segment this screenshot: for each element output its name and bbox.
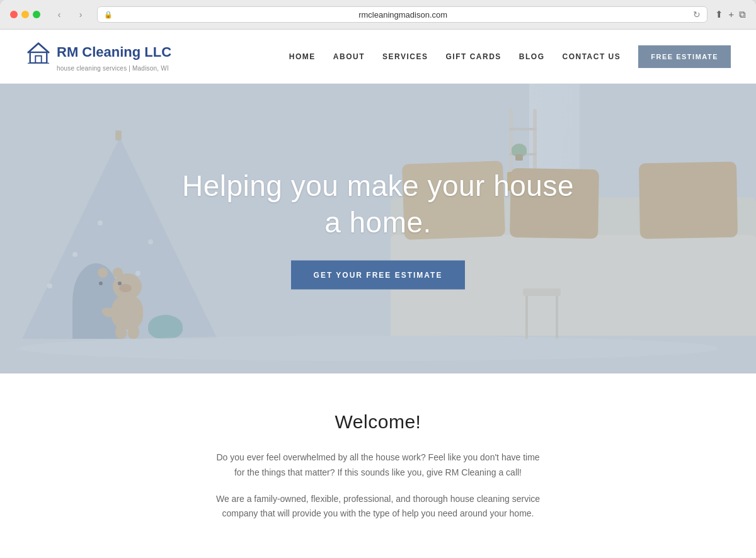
logo-text: RM Cleaning LLC [57,45,171,59]
nav-links: HOME ABOUT SERVICES GIFT CARDS BLOG CONT… [289,45,731,68]
nav-home[interactable]: HOME [289,52,316,61]
welcome-title: Welcome! [25,411,731,433]
hero-section: Helping you make your house a home. GET … [0,84,756,373]
forward-button[interactable]: › [72,8,89,21]
refresh-button[interactable]: ↻ [693,9,701,20]
browser-controls: ‹ › [50,8,89,21]
nav-about[interactable]: ABOUT [333,52,365,61]
address-bar[interactable]: 🔒 rmcleaningmadison.com ↻ [97,6,707,23]
new-tab-icon[interactable]: + [728,9,734,20]
hero-content: Helping you make your house a home. GET … [158,168,598,290]
logo-area[interactable]: RM Cleaning LLC house cleaning services … [25,41,171,72]
logo-container: RM Cleaning LLC [25,41,171,64]
svg-rect-0 [30,52,47,63]
browser-actions: ⬆ + ⧉ [715,9,746,20]
svg-rect-1 [35,56,41,63]
minimize-button[interactable] [21,11,29,18]
welcome-paragraph-1: Do you ever feel overwhelmed by all the … [214,450,542,481]
welcome-section: Welcome! Do you ever feel overwhelmed by… [0,373,756,558]
traffic-lights [10,11,40,18]
browser-window: ‹ › 🔒 rmcleaningmadison.com ↻ ⬆ + ⧉ [0,0,756,558]
navigation: RM Cleaning LLC house cleaning services … [0,30,756,84]
tabs-icon[interactable]: ⧉ [739,9,746,20]
lock-icon: 🔒 [104,11,113,19]
nav-blog[interactable]: BLOG [519,52,545,61]
nav-gift-cards[interactable]: GIFT CARDS [446,52,501,61]
welcome-paragraph-2: We are a family-owned, flexible, profess… [214,492,542,522]
nav-contact[interactable]: CONTACT US [563,52,621,61]
share-icon[interactable]: ⬆ [715,9,723,20]
hero-heading: Helping you make your house a home. [158,168,598,241]
browser-chrome: ‹ › 🔒 rmcleaningmadison.com ↻ ⬆ + ⧉ [0,0,756,30]
nav-services[interactable]: SERVICES [382,52,428,61]
url-text: rmcleaningmadison.com [117,10,689,20]
website-content: RM Cleaning LLC house cleaning services … [0,30,756,558]
hero-cta-button[interactable]: GET YOUR FREE ESTIMATE [291,261,466,290]
nav-free-estimate-button[interactable]: FREE ESTIMATE [638,45,731,68]
maximize-button[interactable] [33,11,40,18]
close-button[interactable] [10,11,18,18]
logo-icon [25,41,52,64]
logo-tagline: house cleaning services | Madison, WI [57,65,171,72]
back-button[interactable]: ‹ [50,8,68,21]
